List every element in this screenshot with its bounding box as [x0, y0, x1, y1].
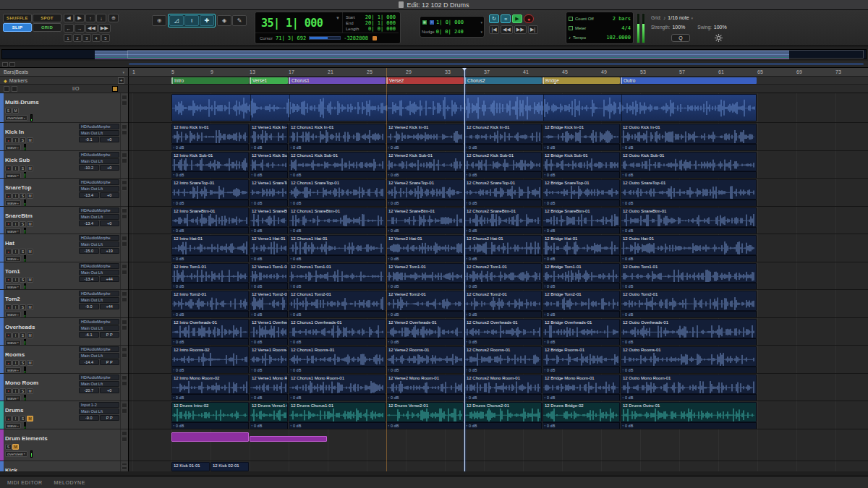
track-options-button[interactable] — [120, 346, 128, 373]
track-output-selector[interactable]: Main Out Lft — [79, 353, 119, 359]
clip-gain[interactable]: ↑ 0 dB — [171, 200, 249, 206]
mute-button[interactable]: M — [12, 108, 19, 114]
audio-clip[interactable]: 12 Chorus1 SnareTop-01 — [289, 179, 386, 200]
clip-gain[interactable]: ↑ 0 dB — [621, 255, 757, 262]
track-name[interactable]: Overheads — [5, 324, 35, 330]
track-input-selector[interactable]: Input 1-2 — [79, 402, 119, 408]
clip-gain[interactable]: ↑ 0 dB — [621, 338, 757, 345]
ruler-bar-73[interactable]: 73 — [835, 69, 841, 74]
clip-gain[interactable]: ↑ 0 dB — [171, 422, 249, 429]
clip-gain[interactable]: ↑ 0 dB — [386, 171, 464, 178]
track-name[interactable]: Kick In — [5, 129, 24, 135]
solo-button[interactable]: S — [20, 333, 26, 338]
audio-clip[interactable]: 12 Chorus2 Hat-01 — [464, 235, 542, 255]
track-options-button[interactable] — [120, 207, 128, 234]
audio-clip[interactable]: 12 Verse1 SnareTop-01 — [250, 179, 288, 200]
track-pan[interactable]: +0 — [100, 192, 120, 198]
clip-gain[interactable]: ↑ 0 dB — [464, 255, 542, 262]
track-options-button[interactable] — [120, 318, 128, 346]
audio-clip[interactable]: 12 Chorus1 SnareBtm-01 — [289, 207, 386, 228]
audio-clip[interactable]: 12 Verse2 Tom2-01 — [386, 291, 464, 311]
clip-gain[interactable]: ↑ 0 dB — [542, 283, 620, 289]
marker-outro[interactable]: Outro — [621, 77, 757, 84]
input-monitor-button[interactable]: I — [12, 249, 19, 254]
clip-gain[interactable]: ↑ 0 dB — [289, 255, 386, 262]
clip-gain[interactable]: ↑ 0 dB — [250, 367, 288, 373]
marker-intro[interactable]: Intro — [171, 77, 249, 84]
input-monitor-button[interactable]: I — [12, 416, 19, 421]
clip-gain[interactable]: ↑ 0 dB — [289, 144, 386, 150]
clip-gain[interactable]: ↑ 0 dB — [621, 367, 757, 373]
track-input-selector[interactable]: HDAudioMorphe — [79, 374, 119, 380]
audio-clip[interactable]: 12 Drums Intro-02 — [171, 402, 249, 422]
clip-gain[interactable]: ↑ 0 dB — [171, 311, 249, 317]
track-input-selector[interactable]: HDAudioMorphe — [79, 207, 119, 213]
clip-gain[interactable]: ↑ 0 dB — [171, 144, 249, 150]
clip-gain[interactable]: ↑ 0 dB — [621, 283, 757, 289]
audio-clip[interactable]: 12 Bridge Kick Sub-01 — [542, 152, 620, 172]
audio-clip[interactable]: 12 Verse2 Kick Sub-01 — [386, 152, 464, 172]
input-monitor-button[interactable]: I — [12, 388, 19, 394]
mode-slip-button[interactable]: SLIP — [3, 23, 32, 32]
clip-gain[interactable]: ↑ 0 dB — [464, 283, 542, 289]
audio-clip[interactable]: 12 Bridge Hat-01 — [542, 235, 620, 255]
track-volume[interactable]: -14.4 — [79, 359, 99, 365]
ruler-bar-29[interactable]: 29 — [406, 69, 412, 74]
clip-gain[interactable]: ↑ 0 dB — [289, 227, 386, 234]
audio-clip[interactable]: 12 Intro Hat-01 — [171, 235, 249, 255]
ruler-bar-25[interactable]: 25 — [367, 69, 373, 74]
zoom-preset-3[interactable]: 3 — [82, 34, 91, 42]
clip-gain[interactable]: ↑ 0 dB — [621, 311, 757, 317]
audio-clip[interactable]: 12 Outro Hat-01 — [621, 235, 757, 255]
track-volume[interactable]: -9.0 — [79, 304, 99, 309]
audio-clip[interactable]: 12 Drums Chorus1-01 — [289, 402, 386, 422]
track-pan[interactable]: +19 — [100, 248, 120, 254]
settings-gear-icon[interactable] — [715, 34, 723, 42]
smart-tool-frame[interactable]: ◿ I ✚ — [168, 14, 216, 27]
selection-start-value[interactable]: 20| 1| 000 — [365, 14, 396, 20]
mute-button[interactable]: M — [27, 221, 33, 227]
solo-button[interactable]: S — [20, 249, 26, 254]
audio-clip[interactable]: 12 Outro SnareTop-01 — [621, 179, 757, 200]
track-options-button[interactable] — [120, 179, 128, 206]
audio-clip[interactable]: 12 Chorus1 Rooms-01 — [289, 346, 386, 367]
audio-clip[interactable]: 12 Verse2 Tom1-01 — [386, 263, 464, 283]
solo-button[interactable]: S — [20, 277, 26, 283]
audio-clip[interactable]: 12 Verse2 Mono Room-01 — [386, 374, 464, 395]
clip-gain[interactable]: ↑ 0 dB — [289, 171, 386, 178]
track-volume[interactable]: -15.0 — [79, 248, 99, 254]
mode-shuffle-button[interactable]: SHUFFLE — [3, 14, 32, 22]
audio-clip[interactable]: 12 Verse2 Kick In-01 — [386, 124, 464, 144]
track-input-selector[interactable]: HDAudioMorphe — [79, 291, 119, 296]
audio-clip[interactable]: 12 Verse1 Tom2-01 — [250, 291, 288, 311]
record-arm-button[interactable]: ● — [5, 360, 12, 366]
track-pan[interactable]: +0 — [100, 388, 120, 393]
clip-gain[interactable]: ↑ 0 dB — [621, 171, 757, 178]
record-arm-button[interactable]: ● — [5, 333, 12, 338]
tab-forward-button[interactable]: → — [75, 24, 85, 33]
track-view-selector[interactable]: wave ▾ — [5, 423, 21, 429]
audio-clip[interactable]: 12 Chorus2 Mono Room-01 — [464, 374, 542, 395]
clip-gain[interactable]: ↑ 0 dB — [289, 200, 386, 206]
marker-chorus1[interactable]: Chorus1 — [289, 77, 386, 84]
audio-clip[interactable]: 12 Chorus2 Kick In-01 — [464, 124, 542, 144]
zoom-preset-4[interactable]: 4 — [92, 34, 101, 42]
ruler-bar-9[interactable]: 9 — [210, 69, 213, 74]
marker-verse1[interactable]: Verse1 — [250, 77, 288, 84]
track-output-selector[interactable]: Main Out Lft — [79, 130, 119, 136]
audio-clip[interactable]: 12 Outro Rooms-01 — [621, 346, 757, 367]
solo-button[interactable]: S — [20, 360, 26, 366]
audio-clip[interactable]: 12 Verse1 Kick In-01 — [250, 124, 288, 144]
audio-clip[interactable]: 12 Intro SnareBtm-01 — [171, 207, 249, 228]
track-view-selector[interactable]: wave ▾ — [5, 395, 21, 401]
input-monitor-button[interactable]: I — [12, 137, 19, 143]
countoff-value[interactable]: 2 bars — [613, 16, 631, 22]
edit-group-icon[interactable] — [12, 86, 17, 92]
title-bar[interactable]: Edit: 12 102 D Drums — [0, 0, 868, 10]
audio-clip[interactable]: 12 Chorus1 Overheads-01 — [289, 319, 386, 339]
audio-clip[interactable]: 12 Verse1 Overheads-01 — [250, 319, 288, 339]
mute-button[interactable]: M — [27, 193, 33, 199]
ruler-bar-53[interactable]: 53 — [640, 69, 646, 74]
timeline-scroll-strip[interactable] — [0, 61, 868, 68]
mute-button[interactable]: M — [27, 249, 33, 254]
